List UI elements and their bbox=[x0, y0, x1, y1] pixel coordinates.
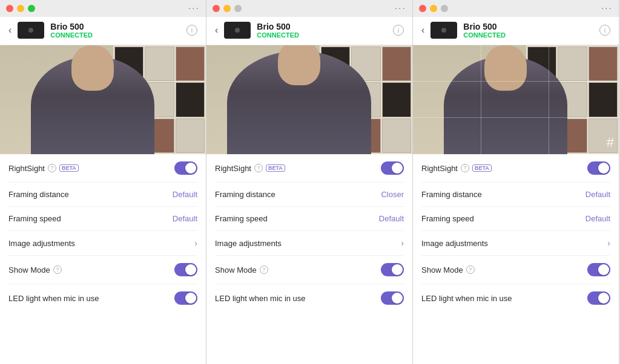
show-mode-label-3: Show Mode ? bbox=[421, 265, 475, 275]
rightsight-help-icon-2[interactable]: ? bbox=[254, 164, 263, 172]
close-button[interactable] bbox=[6, 5, 13, 12]
panel-3: ··· ‹ Brio 500 CONNECTED i bbox=[413, 0, 619, 364]
rightsight-help-icon-1[interactable]: ? bbox=[48, 164, 56, 172]
show-mode-toggle-1[interactable] bbox=[174, 263, 197, 276]
close-button-2[interactable] bbox=[213, 5, 220, 12]
titlebar-3: ··· bbox=[413, 0, 619, 17]
info-button-1[interactable]: i bbox=[186, 25, 197, 36]
image-adjustments-row-1[interactable]: Image adjustments › bbox=[8, 231, 197, 256]
rightsight-toggle-1[interactable] bbox=[174, 161, 197, 175]
device-status-1: CONNECTED bbox=[50, 31, 180, 39]
show-mode-row-2: Show Mode ? bbox=[215, 256, 404, 284]
camera-icon-2 bbox=[224, 22, 251, 39]
info-button-3[interactable]: i bbox=[599, 25, 610, 36]
maximize-button-3[interactable] bbox=[441, 5, 448, 12]
device-status-2: CONNECTED bbox=[257, 31, 387, 39]
led-light-row-1: LED light when mic in use bbox=[8, 284, 197, 307]
back-button-1[interactable]: ‹ bbox=[8, 25, 12, 36]
framing-speed-value-2[interactable]: Default bbox=[379, 214, 404, 223]
device-header-3: ‹ Brio 500 CONNECTED i bbox=[413, 17, 619, 45]
panel-1: ··· ‹ Brio 500 CONNECTED i bbox=[0, 0, 206, 364]
rightsight-toggle-2[interactable] bbox=[381, 161, 404, 175]
led-light-toggle-1[interactable] bbox=[174, 291, 197, 305]
led-light-row-3: LED light when mic in use bbox=[421, 284, 610, 307]
led-light-row-2: LED light when mic in use bbox=[215, 284, 404, 307]
rightsight-help-icon-3[interactable]: ? bbox=[461, 164, 469, 172]
hash-icon: # bbox=[607, 135, 614, 151]
framing-distance-value-2[interactable]: Closer bbox=[381, 190, 404, 199]
led-light-label-2: LED light when mic in use bbox=[215, 294, 306, 303]
camera-icon-1 bbox=[18, 22, 44, 39]
more-dots-icon-2[interactable]: ··· bbox=[395, 3, 406, 14]
back-button-2[interactable]: ‹ bbox=[215, 25, 218, 36]
beta-badge-3: BETA bbox=[472, 164, 492, 172]
camera-preview-3: # bbox=[413, 45, 619, 154]
minimize-button[interactable] bbox=[17, 5, 24, 12]
titlebar-1: ··· bbox=[0, 0, 206, 17]
show-mode-row-3: Show Mode ? bbox=[421, 256, 610, 284]
rightsight-toggle-3[interactable] bbox=[587, 161, 610, 175]
device-name-2: Brio 500 bbox=[257, 22, 387, 31]
framing-speed-label-1: Framing speed bbox=[8, 214, 61, 223]
led-light-toggle-2[interactable] bbox=[381, 291, 404, 305]
show-mode-label-2: Show Mode ? bbox=[215, 265, 268, 275]
device-name-3: Brio 500 bbox=[463, 22, 593, 31]
settings-list-3: RightSight ? BETA Framing distance Defau… bbox=[413, 154, 619, 364]
image-adjustments-label-2: Image adjustments bbox=[215, 239, 282, 248]
framing-distance-row-1: Framing distance Default bbox=[8, 183, 197, 207]
device-status-3: CONNECTED bbox=[463, 31, 593, 39]
minimize-button-2[interactable] bbox=[223, 5, 231, 12]
chevron-right-icon-1: › bbox=[194, 238, 197, 248]
rightsight-row-3: RightSight ? BETA bbox=[421, 154, 610, 183]
framing-distance-row-3: Framing distance Default bbox=[421, 183, 610, 207]
back-button-3[interactable]: ‹ bbox=[421, 25, 424, 36]
framing-distance-value-1[interactable]: Default bbox=[173, 190, 197, 199]
show-mode-toggle-3[interactable] bbox=[587, 263, 610, 276]
titlebar-2: ··· bbox=[206, 0, 412, 17]
show-mode-help-icon-3[interactable]: ? bbox=[466, 265, 475, 274]
camera-icon-3 bbox=[430, 22, 457, 39]
show-mode-row-1: Show Mode ? bbox=[8, 256, 197, 284]
minimize-button-3[interactable] bbox=[430, 5, 437, 12]
led-light-toggle-3[interactable] bbox=[587, 291, 610, 305]
led-light-label-3: LED light when mic in use bbox=[421, 294, 512, 303]
image-adjustments-label-3: Image adjustments bbox=[421, 239, 488, 248]
framing-speed-value-3[interactable]: Default bbox=[585, 214, 610, 223]
panel-2: ··· ‹ Brio 500 CONNECTED i bbox=[206, 0, 413, 364]
framing-speed-label-3: Framing speed bbox=[421, 214, 474, 223]
show-mode-help-icon-1[interactable]: ? bbox=[53, 265, 62, 274]
framing-speed-label-2: Framing speed bbox=[215, 214, 268, 223]
close-button-3[interactable] bbox=[419, 5, 426, 12]
show-mode-help-icon-2[interactable]: ? bbox=[260, 265, 268, 274]
show-mode-toggle-2[interactable] bbox=[381, 263, 404, 276]
rightsight-row-2: RightSight ? BETA bbox=[215, 154, 404, 183]
device-header-2: ‹ Brio 500 CONNECTED i bbox=[206, 17, 412, 45]
framing-speed-row-3: Framing speed Default bbox=[421, 207, 610, 231]
chevron-right-icon-3: › bbox=[607, 238, 610, 248]
framing-distance-value-3[interactable]: Default bbox=[585, 190, 610, 199]
settings-list-1: RightSight ? BETA Framing distance Defau… bbox=[0, 154, 206, 364]
device-name-1: Brio 500 bbox=[50, 22, 180, 31]
beta-badge-2: BETA bbox=[266, 164, 285, 172]
led-light-label-1: LED light when mic in use bbox=[8, 294, 99, 303]
show-mode-label-1: Show Mode ? bbox=[8, 265, 62, 275]
maximize-button[interactable] bbox=[28, 5, 35, 12]
device-info-1: Brio 500 CONNECTED bbox=[50, 22, 180, 39]
camera-preview-2 bbox=[206, 45, 412, 154]
framing-distance-row-2: Framing distance Closer bbox=[215, 183, 404, 207]
image-adjustments-row-3[interactable]: Image adjustments › bbox=[421, 231, 610, 256]
more-dots-icon-3[interactable]: ··· bbox=[601, 3, 613, 14]
more-dots-icon[interactable]: ··· bbox=[188, 3, 200, 14]
framing-speed-value-1[interactable]: Default bbox=[173, 214, 197, 223]
framing-distance-label-1: Framing distance bbox=[8, 190, 69, 199]
camera-preview-1 bbox=[0, 45, 206, 154]
device-info-2: Brio 500 CONNECTED bbox=[257, 22, 387, 39]
framing-speed-row-2: Framing speed Default bbox=[215, 207, 404, 231]
image-adjustments-label-1: Image adjustments bbox=[8, 239, 75, 248]
maximize-button-2[interactable] bbox=[234, 5, 242, 12]
framing-distance-label-2: Framing distance bbox=[215, 190, 275, 199]
rightsight-label-2: RightSight ? BETA bbox=[215, 164, 285, 173]
image-adjustments-row-2[interactable]: Image adjustments › bbox=[215, 231, 404, 256]
info-button-2[interactable]: i bbox=[393, 25, 404, 36]
rightsight-label-1: RightSight ? BETA bbox=[8, 164, 79, 173]
